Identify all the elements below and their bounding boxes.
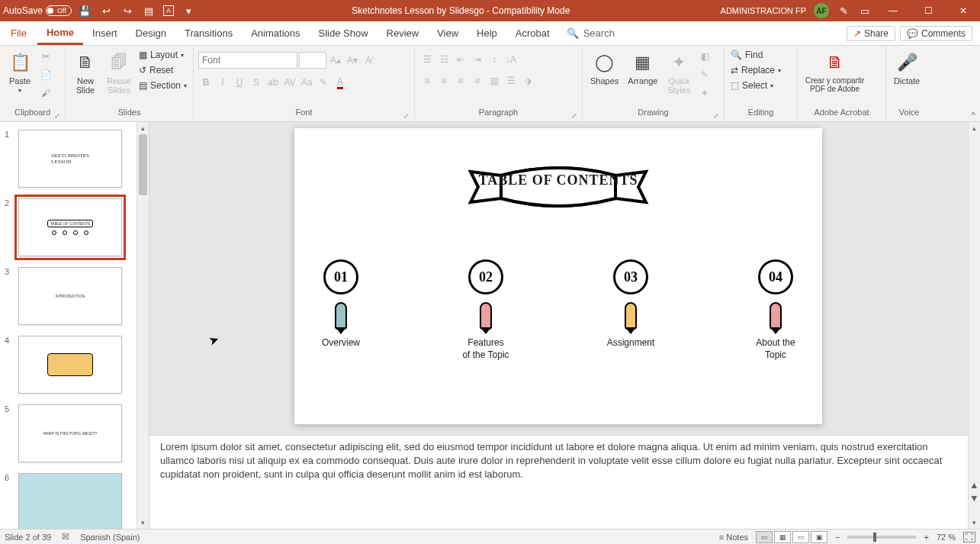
tab-design[interactable]: Design	[127, 21, 175, 45]
clipboard-dialog-icon[interactable]: ⤢	[54, 112, 60, 120]
reuse-slides-button[interactable]: 🗐 Reuse Slides	[104, 49, 134, 96]
minimize-button[interactable]: —	[879, 0, 907, 21]
redo-icon[interactable]: ↪	[120, 4, 134, 18]
fit-to-window-button[interactable]: ⛶	[963, 532, 975, 542]
scroll-up-icon[interactable]: ▴	[137, 122, 149, 134]
font-color-icon[interactable]: A	[333, 75, 348, 90]
language-indicator[interactable]: Spanish (Spain)	[80, 533, 140, 542]
arrange-button[interactable]: ▦Arrange	[625, 49, 660, 87]
char-spacing-icon[interactable]: AV	[282, 75, 297, 90]
qat-customize-icon[interactable]: ▾	[182, 4, 195, 18]
thumbnail-1[interactable]: SKETCHNOTESLESSON	[18, 130, 122, 188]
adobe-pdf-button[interactable]: 🗎Crear y compartir PDF de Adobe	[802, 49, 867, 95]
format-painter-icon[interactable]: 🖌	[38, 85, 53, 101]
collapse-ribbon-icon[interactable]: ^	[972, 111, 975, 120]
zoom-level[interactable]: 72 %	[937, 533, 956, 542]
change-case-icon[interactable]: Aa	[299, 75, 314, 90]
zoom-out-button[interactable]: −	[835, 533, 840, 542]
increase-font-icon[interactable]: A▴	[328, 53, 343, 68]
slideshow-view-button[interactable]: ▣	[811, 531, 827, 543]
prev-slide-icon[interactable]: ⯅	[969, 480, 980, 492]
new-slide-button[interactable]: 🗎 New Slide	[70, 49, 101, 96]
align-left-icon[interactable]: ≡	[419, 73, 435, 89]
dictate-button[interactable]: 🎤Dictate	[891, 49, 923, 87]
line-spacing-icon[interactable]: ↕	[487, 52, 502, 67]
drawing-dialog-icon[interactable]: ⤢	[713, 112, 719, 120]
ribbon-display-icon[interactable]: ▭	[858, 4, 872, 18]
tab-slideshow[interactable]: Slide Show	[309, 21, 377, 45]
thumbnail-6[interactable]	[18, 473, 122, 529]
reset-button[interactable]: ↺Reset	[137, 64, 175, 76]
font-name-input[interactable]	[198, 52, 297, 69]
smartart-icon[interactable]: ⬗	[520, 73, 535, 89]
align-center-icon[interactable]: ≡	[436, 73, 451, 89]
shape-effects-icon[interactable]: ✦	[697, 85, 712, 101]
zoom-slider[interactable]	[847, 536, 916, 539]
bold-button[interactable]: B	[198, 75, 214, 90]
tab-insert[interactable]: Insert	[83, 21, 127, 45]
increase-indent-icon[interactable]: ⇥	[470, 52, 485, 67]
align-text-icon[interactable]: ☰	[503, 73, 519, 89]
tab-home[interactable]: Home	[37, 21, 83, 45]
thumbnail-4[interactable]	[18, 336, 122, 394]
comments-button[interactable]: 💬Comments	[900, 26, 972, 41]
italic-button[interactable]: I	[215, 75, 230, 90]
sorter-view-button[interactable]: ▦	[774, 531, 791, 543]
maximize-button[interactable]: ☐	[914, 0, 942, 21]
align-right-icon[interactable]: ≡	[453, 73, 468, 89]
decrease-font-icon[interactable]: A▾	[345, 53, 360, 68]
normal-view-button[interactable]: ▭	[756, 531, 773, 543]
file-tab[interactable]: File	[0, 21, 37, 45]
decrease-indent-icon[interactable]: ⇤	[453, 52, 468, 67]
reading-view-button[interactable]: ▭	[792, 531, 809, 543]
scroll-up-icon[interactable]: ▴	[969, 122, 980, 134]
shadow-button[interactable]: ab	[265, 75, 281, 90]
share-button[interactable]: ↗Share	[847, 26, 895, 41]
close-button[interactable]: ✕	[949, 0, 977, 21]
font-dialog-icon[interactable]: ⤢	[403, 112, 410, 120]
font-box-icon[interactable]: A	[163, 5, 174, 16]
underline-button[interactable]: U	[232, 75, 247, 90]
replace-button[interactable]: ⇄Replace▾	[729, 64, 782, 76]
tab-review[interactable]: Review	[378, 21, 429, 45]
font-size-input[interactable]	[299, 52, 326, 69]
justify-icon[interactable]: ≡	[470, 73, 485, 89]
thumbnail-scrollbar[interactable]: ▴ ▾	[137, 122, 149, 529]
scroll-down-icon[interactable]: ▾	[137, 517, 149, 529]
user-avatar[interactable]: AF	[814, 3, 829, 18]
slide-indicator[interactable]: Slide 2 of 39	[5, 533, 51, 542]
slideshow-start-icon[interactable]: ▤	[142, 4, 156, 18]
strike-button[interactable]: S	[249, 75, 264, 90]
thumbnail-5[interactable]: WHAT IS THIS TOPIC ABOUT?	[18, 404, 122, 462]
layout-button[interactable]: ▦Layout▾	[137, 49, 185, 61]
columns-icon[interactable]: ▥	[487, 73, 502, 89]
select-button[interactable]: ⬚Select▾	[729, 79, 775, 92]
tab-acrobat[interactable]: Acrobat	[506, 21, 559, 45]
text-direction-icon[interactable]: ↓A	[503, 52, 519, 67]
scroll-down-icon[interactable]: ▾	[969, 517, 980, 529]
section-button[interactable]: ▤Section▾	[137, 79, 188, 92]
coming-soon-icon[interactable]: ✎	[837, 4, 850, 18]
cut-icon[interactable]: ✂	[38, 49, 53, 64]
shape-outline-icon[interactable]: ✎	[697, 67, 712, 82]
copy-icon[interactable]: 📄	[38, 67, 53, 82]
thumbnail-3[interactable]: INTRODUCTION	[18, 267, 122, 325]
scrollbar-handle[interactable]	[139, 134, 147, 195]
autosave-control[interactable]: AutoSave Off	[3, 5, 72, 16]
bullets-icon[interactable]: ☰	[419, 52, 435, 67]
paragraph-dialog-icon[interactable]: ⤢	[571, 112, 577, 120]
clear-formatting-icon[interactable]: A⁄	[361, 53, 377, 68]
find-button[interactable]: 🔍Find	[729, 49, 764, 61]
shape-fill-icon[interactable]: ◧	[697, 49, 712, 64]
notes-pane[interactable]: Lorem ipsum dolor sit amet, consectetur …	[149, 435, 968, 529]
tell-me-search[interactable]: 🔍 Search	[559, 21, 622, 45]
paste-button[interactable]: 📋 Paste ▾	[5, 49, 35, 95]
autosave-toggle[interactable]: Off	[46, 5, 72, 16]
notes-toggle[interactable]: ≡ Notes	[719, 533, 748, 542]
tab-transitions[interactable]: Transitions	[175, 21, 242, 45]
save-icon[interactable]: 💾	[78, 4, 92, 18]
slide-canvas[interactable]: TABLE OF CONTENTS 01 Overview 02 Feature…	[294, 128, 822, 424]
quick-styles-button[interactable]: ✦Quick Styles	[664, 49, 694, 96]
next-slide-icon[interactable]: ⯆	[969, 492, 980, 504]
shapes-button[interactable]: ◯Shapes	[587, 49, 622, 87]
